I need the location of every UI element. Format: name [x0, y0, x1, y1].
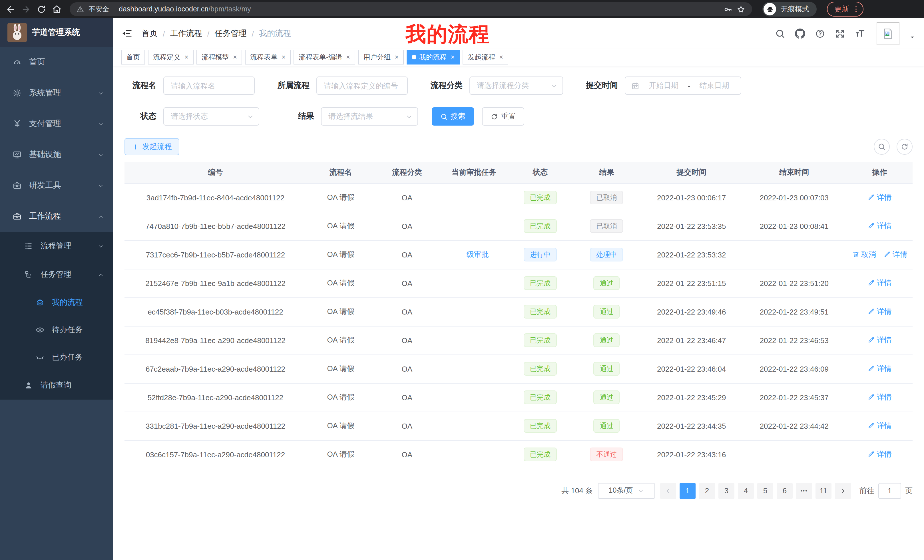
- detail-link[interactable]: 详情: [868, 364, 892, 374]
- sidebar-item-todo-tasks[interactable]: 待办任务: [0, 316, 113, 344]
- kebab-menu-icon[interactable]: [852, 5, 860, 13]
- table-row: 52ffd28e-7b9a-11ec-a290-acde48001122OA 请…: [124, 383, 913, 412]
- page-button-11[interactable]: 11: [816, 483, 831, 499]
- status-select[interactable]: 请选择状态: [164, 107, 259, 126]
- page-button-1[interactable]: 1: [680, 483, 696, 499]
- fullscreen-icon[interactable]: [835, 28, 845, 39]
- cancel-link[interactable]: 取消: [852, 250, 876, 260]
- detail-link[interactable]: 详情: [868, 392, 892, 403]
- page-button-4[interactable]: 4: [738, 483, 754, 499]
- tab-2[interactable]: 流程模型×: [196, 49, 242, 64]
- table-search-toggle-button[interactable]: [874, 139, 890, 155]
- tab-label: 流程模型: [202, 52, 229, 62]
- font-size-icon[interactable]: [855, 28, 865, 39]
- sidebar-item-payment[interactable]: 支付管理: [0, 108, 113, 139]
- tab-close-icon[interactable]: ×: [346, 54, 350, 60]
- tab-4[interactable]: 流程表单-编辑×: [294, 49, 355, 64]
- parent-process-input[interactable]: [316, 76, 408, 95]
- tab-close-icon[interactable]: ×: [184, 54, 189, 60]
- tab-close-icon[interactable]: ×: [394, 54, 399, 60]
- tab-6[interactable]: 我的流程×: [406, 49, 460, 64]
- browser-update-button[interactable]: 更新: [827, 2, 864, 16]
- tab-close-icon[interactable]: ×: [233, 54, 237, 60]
- search-button[interactable]: 搜索: [432, 107, 474, 126]
- detail-link[interactable]: 详情: [868, 278, 892, 288]
- header-search-icon[interactable]: [775, 28, 785, 39]
- cell-result: 通过: [572, 326, 641, 355]
- page-ellipsis[interactable]: •••: [796, 483, 812, 499]
- sidebar-item-task-mgmt[interactable]: 任务管理: [0, 260, 113, 289]
- sidebar-item-process-mgmt[interactable]: 流程管理: [0, 232, 113, 260]
- status-badge: 已完成: [524, 305, 557, 319]
- reset-button[interactable]: 重置: [482, 107, 524, 126]
- detail-link[interactable]: 详情: [868, 307, 892, 317]
- bookmark-star-icon[interactable]: [736, 5, 745, 13]
- cell-current-task: [439, 212, 509, 240]
- page-size-select[interactable]: 10条/页: [598, 483, 655, 499]
- result-select[interactable]: 请选择流结果: [321, 107, 418, 126]
- tab-label: 发起流程: [468, 52, 495, 62]
- tab-5[interactable]: 用户分组×: [358, 49, 404, 64]
- sidebar-collapse-icon[interactable]: [122, 28, 132, 39]
- browser-back-icon[interactable]: [6, 4, 15, 14]
- tab-close-icon[interactable]: ×: [499, 54, 503, 60]
- password-key-icon[interactable]: [723, 5, 732, 13]
- chevron-up-icon: [98, 213, 104, 220]
- action-label: 详情: [877, 221, 892, 231]
- sidebar-item-workflow[interactable]: 工作流程: [0, 201, 113, 232]
- detail-link[interactable]: 详情: [868, 221, 892, 231]
- tab-close-icon[interactable]: ×: [282, 54, 285, 60]
- date-range-picker[interactable]: 开始日期 - 结束日期: [625, 76, 741, 95]
- help-icon[interactable]: [815, 28, 825, 39]
- prev-page-button[interactable]: [660, 483, 676, 499]
- sidebar-item-done-tasks[interactable]: 已办任务: [0, 344, 113, 371]
- avatar-caret-down-icon[interactable]: [909, 34, 915, 40]
- status-badge: 进行中: [524, 248, 557, 262]
- tab-3[interactable]: 流程表单×: [245, 49, 291, 64]
- goto-page-input[interactable]: [878, 483, 901, 499]
- avatar[interactable]: [877, 22, 900, 45]
- github-icon[interactable]: [795, 28, 805, 39]
- detail-link[interactable]: 详情: [868, 421, 892, 431]
- address-bar[interactable]: 不安全 dashboard.yudao.iocoder.cn/bpm/task/…: [70, 2, 752, 16]
- search-icon: [440, 113, 448, 120]
- browser-forward-icon[interactable]: [21, 4, 31, 14]
- detail-link[interactable]: 详情: [868, 449, 892, 460]
- tab-0[interactable]: 首页: [121, 49, 145, 64]
- top-navbar: 首页/工作流程/任务管理/我的流程: [113, 18, 924, 48]
- sidebar-item-infra[interactable]: 基础设施: [0, 139, 113, 170]
- cell-submit-time: 2022-01-22 23:53:35: [642, 212, 742, 240]
- filter-submit-time: 提交时间 开始日期 - 结束日期: [577, 76, 741, 95]
- table-tools: [874, 139, 913, 155]
- page-button-6[interactable]: 6: [777, 483, 793, 499]
- sidebar-item-dev-tools[interactable]: 研发工具: [0, 170, 113, 201]
- sidebar-item-home[interactable]: 首页: [0, 47, 113, 78]
- page-button-2[interactable]: 2: [699, 483, 715, 499]
- sidebar-item-leave-query[interactable]: 请假查询: [0, 371, 113, 400]
- page-button-5[interactable]: 5: [757, 483, 773, 499]
- detail-link[interactable]: 详情: [868, 335, 892, 345]
- sidebar-item-my-process[interactable]: 我的流程: [0, 289, 113, 316]
- table-refresh-button[interactable]: [897, 139, 913, 155]
- detail-link[interactable]: 详情: [868, 192, 892, 203]
- create-process-button[interactable]: 发起流程: [124, 138, 179, 155]
- breadcrumb-item[interactable]: 首页: [142, 28, 158, 39]
- page-button-3[interactable]: 3: [718, 483, 734, 499]
- category-select[interactable]: 请选择流程分类: [470, 76, 563, 95]
- edit-icon: [868, 422, 875, 430]
- sidebar-item-system[interactable]: 系统管理: [0, 78, 113, 108]
- filter-category: 流程分类 请选择流程分类: [422, 76, 563, 95]
- sidebar-logo-row[interactable]: 芋道管理系统: [0, 18, 113, 47]
- process-name-input[interactable]: [164, 76, 255, 95]
- detail-link[interactable]: 详情: [884, 250, 908, 260]
- browser-home-icon[interactable]: [52, 4, 62, 14]
- current-task-link[interactable]: 一级审批: [459, 250, 489, 259]
- tab-7[interactable]: 发起流程×: [463, 49, 508, 64]
- browser-reload-icon[interactable]: [36, 4, 46, 14]
- breadcrumb-item[interactable]: 工作流程: [170, 28, 202, 39]
- tab-1[interactable]: 流程定义×: [148, 49, 194, 64]
- tab-close-icon[interactable]: ×: [451, 54, 454, 60]
- breadcrumb-item[interactable]: 任务管理: [215, 28, 247, 39]
- result-badge: 通过: [593, 333, 620, 347]
- next-page-button[interactable]: [835, 483, 851, 499]
